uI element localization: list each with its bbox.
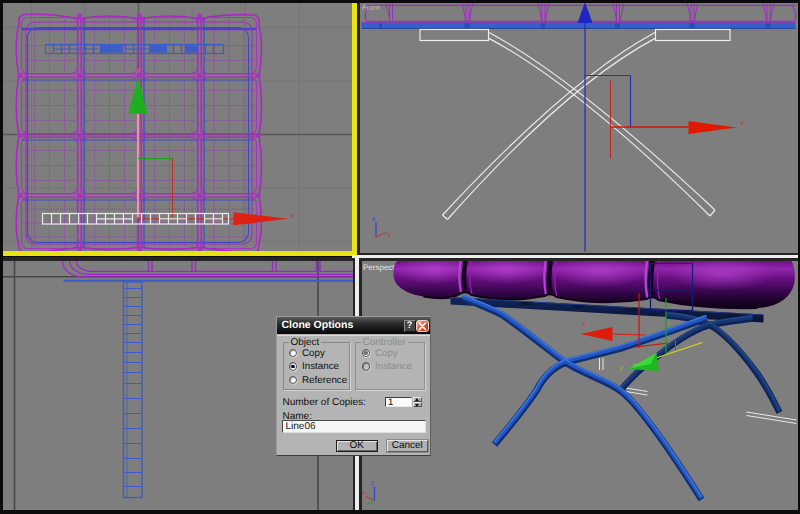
svg-text:Front: Front xyxy=(362,3,380,12)
